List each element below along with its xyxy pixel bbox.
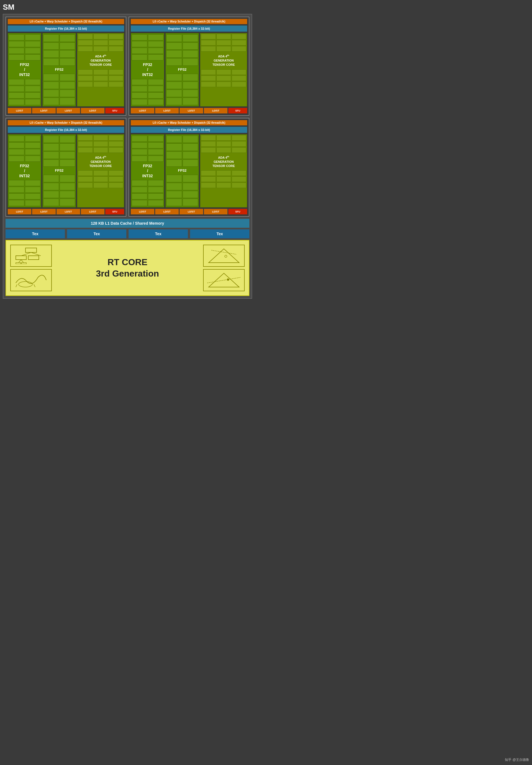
svg-line-6: [21, 260, 24, 263]
tensor-cell: [93, 176, 108, 182]
cu-cell: [43, 199, 59, 206]
bottom-row-4: LD/ST LD/ST LD/ST LD/ST SFU: [131, 209, 247, 215]
cu-cell: [166, 74, 182, 81]
svg-line-2: [31, 253, 41, 256]
cu-cell: [132, 48, 147, 54]
cu-cell: [148, 99, 164, 105]
fp32-int32-label-1: FP32/INT32: [9, 60, 41, 79]
cu-cell: [132, 180, 147, 186]
ldst-2-4: LD/ST: [204, 108, 227, 113]
tensor-block-1: ADA 4thGENERATIONTENSOR CORE: [77, 33, 124, 107]
svg-line-16: [207, 277, 240, 283]
tensor-cell: [216, 141, 231, 147]
cu-cell: [25, 187, 41, 193]
tensor-block-2: ADA 4thGENERATIONTENSOR CORE: [200, 33, 247, 107]
cu-cell: [182, 82, 198, 89]
cu-cell: [43, 90, 59, 97]
cu-cell: [132, 193, 147, 200]
cu-cell: [43, 183, 59, 190]
cu-cell: [60, 143, 75, 151]
cu-cell: [166, 183, 182, 190]
ldst-2-1: LD/ST: [131, 108, 154, 113]
cu-cell: [182, 191, 198, 198]
ldst-1-1: LD/ST: [8, 108, 31, 113]
tensor-cell: [93, 40, 108, 46]
tensor-label-2: ADA 4thGENERATIONTENSOR CORE: [200, 52, 247, 69]
tensor-cell: [216, 75, 231, 81]
cu-cell: [60, 199, 75, 206]
cu-cell: [166, 136, 182, 143]
cu-cell: [9, 79, 24, 85]
cu-cell: [9, 99, 24, 105]
cu-cell: [182, 98, 198, 105]
rt-core-subtitle: 3rd Generation: [96, 268, 159, 280]
cu-cell: [25, 156, 41, 162]
fp32-int32-block-2: FP32/INT32: [131, 33, 164, 107]
tensor-cell: [93, 34, 108, 39]
cu-cell: [9, 156, 24, 162]
tensor-cell: [109, 75, 123, 81]
tensor-cell: [232, 82, 246, 87]
tensor-cell: [78, 69, 93, 75]
cu-cell: [43, 136, 59, 143]
cu-cell: [182, 199, 198, 206]
fp32-block-1: FP32: [42, 33, 76, 107]
cu-cell: [148, 200, 164, 206]
cu-cell: [25, 200, 41, 206]
cu-cell: [148, 136, 164, 142]
svg-line-5: [19, 260, 21, 263]
cu-cell: [43, 50, 59, 58]
warp-scheduler-2: L0 i-Cache + Warp Scheduler + Dispatch (…: [131, 19, 247, 24]
ldst-3-2: LD/ST: [32, 209, 56, 215]
svg-point-17: [227, 279, 229, 281]
cu-cell: [60, 191, 75, 198]
signature-diagram-svg: [13, 272, 49, 289]
cu-cell: [182, 152, 198, 159]
tensor-cell: [109, 69, 123, 75]
cu-cell: [60, 42, 75, 50]
cu-cell: [25, 149, 41, 155]
cu-cell: [132, 200, 147, 206]
cu-cell: [60, 34, 75, 42]
cu-cell: [166, 42, 182, 50]
ldst-1-2: LD/ST: [32, 108, 56, 113]
cu-cell: [43, 98, 59, 105]
tensor-cell: [216, 147, 231, 153]
rt-diagram-ray-bottom: [203, 269, 245, 291]
cu-cell: [25, 136, 41, 142]
cu-cell: [25, 99, 41, 105]
cu-cell: [166, 34, 182, 42]
tensor-cell: [232, 141, 246, 147]
cu-cell: [25, 41, 41, 47]
tensor-cell: [232, 46, 246, 52]
cu-cell: [166, 175, 182, 182]
warp-scheduler-1: L0 i-Cache + Warp Scheduler + Dispatch (…: [8, 19, 124, 24]
sfu-3: SFU: [105, 209, 124, 215]
tensor-cell: [78, 147, 93, 153]
cu-cell: [182, 143, 198, 151]
cu-cell: [25, 142, 41, 148]
tensor-cell: [201, 69, 216, 75]
svg-line-10: [16, 284, 17, 287]
fp32-int32-block-1: FP32/INT32: [8, 33, 41, 107]
cu-cell: [43, 58, 59, 66]
cu-cell: [9, 86, 24, 92]
cu-cell: [166, 152, 182, 159]
cu-cell: [166, 160, 182, 167]
cu-cell: [182, 74, 198, 81]
svg-rect-8: [21, 263, 26, 264]
cu-cell: [60, 183, 75, 190]
cu-cell: [166, 90, 182, 97]
tensor-cell: [201, 141, 216, 147]
cu-cell: [132, 54, 147, 60]
cu-cell: [9, 187, 24, 193]
cu-cell: [43, 74, 59, 81]
tensor-cell: [232, 40, 246, 46]
fp32-block-3: FP32: [42, 134, 76, 208]
ray-diagram-svg: [206, 272, 242, 289]
cu-cell: [9, 48, 24, 54]
register-file-1: Register File (16,384 x 32-bit): [8, 26, 124, 32]
tensor-cell: [201, 135, 216, 141]
rt-core-text: RT CORE 3rd Generation: [96, 257, 159, 280]
cu-cell: [60, 175, 75, 182]
